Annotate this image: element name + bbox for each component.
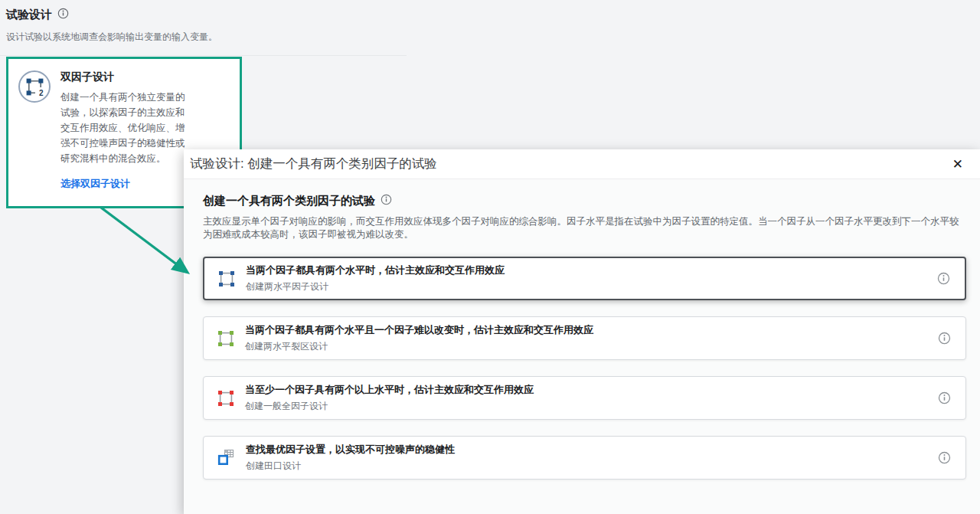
page-header: 试验设计 设计试验以系统地调查会影响输出变量的输入变量。 (6, 8, 217, 44)
dialog-description: 主效应显示单个因子对响应的影响，而交互作用效应体现多个因子对响应的综合影响。因子… (203, 215, 966, 241)
info-icon[interactable] (57, 8, 69, 22)
dialog-title: 试验设计: 创建一个具有两个类别因子的试验 (190, 156, 437, 172)
choose-two-factor-design-link[interactable]: 选择双因子设计 (60, 177, 130, 191)
page-title: 试验设计 (6, 8, 52, 22)
design-option-row[interactable]: 当两个因子都具有两个水平时，估计主效应和交互作用效应创建两水平因子设计 (203, 257, 966, 300)
option-title: 当至少一个因子具有两个以上水平时，估计主效应和交互作用效应 (245, 383, 534, 397)
info-icon[interactable] (938, 332, 951, 345)
option-subtitle: 创建两水平裂区设计 (245, 340, 593, 353)
taguchi-icon (217, 449, 235, 467)
info-icon[interactable] (938, 391, 951, 404)
card-title: 双因子设计 (60, 70, 192, 84)
two-level-split-plot-icon (217, 330, 234, 347)
two-factor-design-icon: 2 (18, 70, 51, 103)
section-divider (0, 55, 407, 56)
design-options-list: 当两个因子都具有两个水平时，估计主效应和交互作用效应创建两水平因子设计当两个因子… (203, 257, 966, 480)
general-full-factorial-icon (217, 390, 234, 407)
info-icon[interactable] (381, 194, 392, 208)
info-icon[interactable] (938, 451, 951, 464)
dialog-heading: 创建一个具有两个类别因子的试验 (203, 194, 375, 208)
info-icon[interactable] (937, 272, 950, 285)
option-subtitle: 创建两水平因子设计 (246, 280, 505, 293)
design-option-row[interactable]: 查找最优因子设置，以实现不可控噪声的稳健性创建田口设计 (203, 436, 966, 480)
design-option-row[interactable]: 当两个因子都具有两个水平且一个因子难以改变时，估计主效应和交互作用效应创建两水平… (203, 316, 966, 360)
two-level-factorial-icon (218, 270, 235, 287)
design-option-row[interactable]: 当至少一个因子具有两个以上水平时，估计主效应和交互作用效应创建一般全因子设计 (203, 376, 966, 420)
close-icon[interactable]: ✕ (949, 156, 966, 172)
dialog-titlebar: 试验设计: 创建一个具有两个类别因子的试验 ✕ (184, 149, 980, 179)
dialog-body: 创建一个具有两个类别因子的试验 主效应显示单个因子对响应的影响，而交互作用效应体… (184, 179, 980, 480)
page-subtitle: 设计试验以系统地调查会影响输出变量的输入变量。 (6, 31, 217, 44)
option-title: 当两个因子都具有两个水平且一个因子难以改变时，估计主效应和交互作用效应 (245, 323, 593, 337)
option-title: 查找最优因子设置，以实现不可控噪声的稳健性 (246, 443, 455, 457)
svg-text:2: 2 (39, 89, 44, 97)
option-subtitle: 创建田口设计 (246, 460, 455, 473)
option-subtitle: 创建一般全因子设计 (245, 400, 534, 413)
doe-dialog: 试验设计: 创建一个具有两个类别因子的试验 ✕ 创建一个具有两个类别因子的试验 … (184, 149, 980, 514)
card-description: 创建一个具有两个独立变量的试验，以探索因子的主效应和交互作用效应、优化响应、增强… (60, 90, 192, 166)
option-title: 当两个因子都具有两个水平时，估计主效应和交互作用效应 (246, 264, 505, 277)
